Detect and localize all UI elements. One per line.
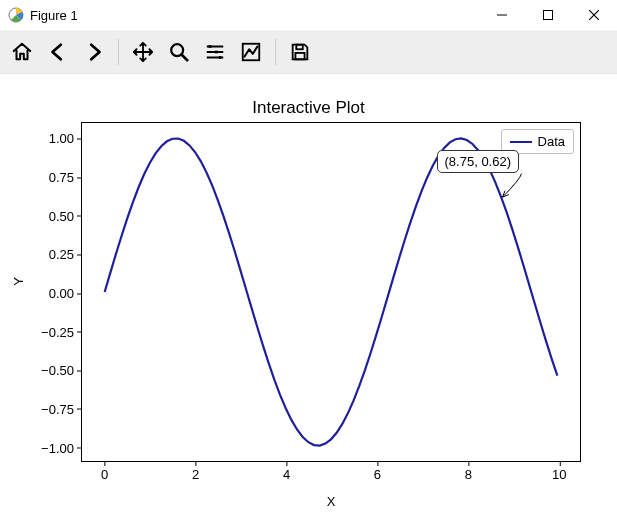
subplots-icon[interactable] [199,36,231,68]
titlebar: Figure 1 [0,0,617,30]
y-axis-label: Y [11,277,26,286]
x-tick-label: 10 [552,461,566,482]
y-tick-label: −0.25 [41,324,82,339]
axes-edit-icon[interactable] [235,36,267,68]
legend-label: Data [538,134,565,149]
y-tick-label: 0.75 [49,170,82,185]
close-button[interactable] [571,0,617,30]
y-tick-label: 1.00 [49,131,82,146]
window-title: Figure 1 [30,8,78,23]
x-tick-label: 0 [101,461,108,482]
axes-area[interactable]: Data (8.75, 0.62) −1.00−0.75−0.50−0.250.… [81,122,581,462]
legend-swatch [510,141,532,143]
y-tick-label: −1.00 [41,440,82,455]
x-axis-label: X [81,494,581,509]
data-line [82,123,580,461]
zoom-icon[interactable] [163,36,195,68]
figure-window: Figure 1 [0,0,617,520]
save-icon[interactable] [284,36,316,68]
matplotlib-app-icon [8,7,24,23]
y-tick-label: 0.00 [49,286,82,301]
plot-title: Interactive Plot [0,98,617,118]
x-tick-label: 6 [374,461,381,482]
y-tick-label: −0.75 [41,401,82,416]
annotation-box: (8.75, 0.62) [437,150,520,173]
minimize-button[interactable] [479,0,525,30]
mpl-toolbar [0,30,617,74]
svg-rect-4 [215,51,218,54]
pan-icon[interactable] [127,36,159,68]
x-tick-label: 4 [283,461,290,482]
y-tick-label: 0.50 [49,208,82,223]
svg-rect-5 [219,56,222,59]
x-tick-label: 2 [192,461,199,482]
toolbar-separator [118,39,119,65]
svg-rect-3 [209,45,212,48]
y-tick-label: −0.50 [41,363,82,378]
figure-canvas[interactable]: Interactive Plot Y Data (8.75, 0.62) −1.… [0,74,617,520]
maximize-button[interactable] [525,0,571,30]
x-tick-label: 8 [465,461,472,482]
back-icon[interactable] [42,36,74,68]
y-tick-label: 0.25 [49,247,82,262]
home-icon[interactable] [6,36,38,68]
svg-rect-8 [295,53,304,59]
svg-rect-1 [544,11,553,20]
svg-rect-7 [296,45,302,50]
toolbar-separator [275,39,276,65]
forward-icon[interactable] [78,36,110,68]
annotation-text: (8.75, 0.62) [445,154,512,169]
